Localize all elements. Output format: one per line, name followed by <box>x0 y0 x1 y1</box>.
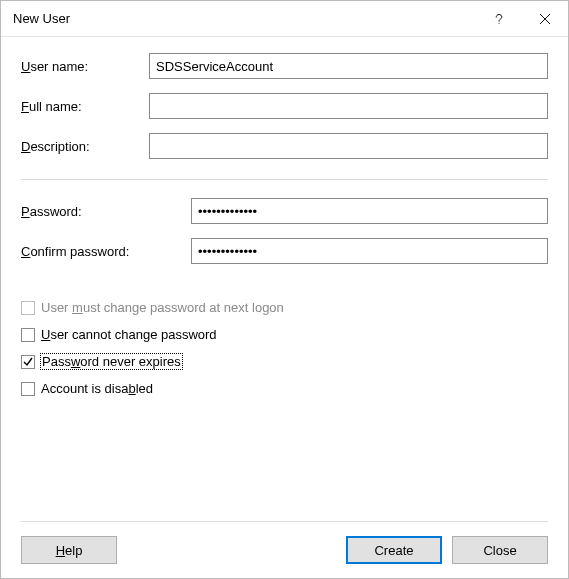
checkbox-icon <box>21 382 35 396</box>
check-account-disabled[interactable]: Account is disabled <box>21 381 548 396</box>
checkbox-group: User must change password at next logon … <box>21 300 548 408</box>
check-cannot-change[interactable]: User cannot change password <box>21 327 548 342</box>
close-button[interactable]: Close <box>452 536 548 564</box>
row-username: User name: <box>21 53 548 79</box>
row-description: Description: <box>21 133 548 159</box>
confirm-password-input[interactable] <box>191 238 548 264</box>
check-never-expires-label: Password never expires <box>41 354 182 369</box>
row-password: Password: <box>21 198 548 224</box>
title-bar: New User <box>1 1 568 37</box>
svg-point-0 <box>498 22 499 23</box>
check-cannot-change-label: User cannot change password <box>41 327 217 342</box>
username-label: User name: <box>21 59 149 74</box>
password-input[interactable] <box>191 198 548 224</box>
username-input[interactable] <box>149 53 548 79</box>
close-icon[interactable] <box>522 1 568 37</box>
help-button[interactable]: Help <box>21 536 117 564</box>
description-input[interactable] <box>149 133 548 159</box>
fullname-input[interactable] <box>149 93 548 119</box>
row-fullname: Full name: <box>21 93 548 119</box>
checkbox-icon <box>21 301 35 315</box>
button-row: Help Create Close <box>21 522 548 564</box>
confirm-password-label: Confirm password: <box>21 244 191 259</box>
row-confirm-password: Confirm password: <box>21 238 548 264</box>
checkbox-icon <box>21 355 35 369</box>
dialog-content: User name: Full name: Description: Passw… <box>1 37 568 578</box>
separator-1 <box>21 179 548 180</box>
help-icon[interactable] <box>476 1 522 37</box>
check-must-change-label: User must change password at next logon <box>41 300 284 315</box>
description-label: Description: <box>21 139 149 154</box>
checkbox-icon <box>21 328 35 342</box>
check-account-disabled-label: Account is disabled <box>41 381 153 396</box>
window-title: New User <box>13 11 476 26</box>
fullname-label: Full name: <box>21 99 149 114</box>
check-must-change: User must change password at next logon <box>21 300 548 315</box>
password-label: Password: <box>21 204 191 219</box>
check-never-expires[interactable]: Password never expires <box>21 354 548 369</box>
create-button[interactable]: Create <box>346 536 442 564</box>
